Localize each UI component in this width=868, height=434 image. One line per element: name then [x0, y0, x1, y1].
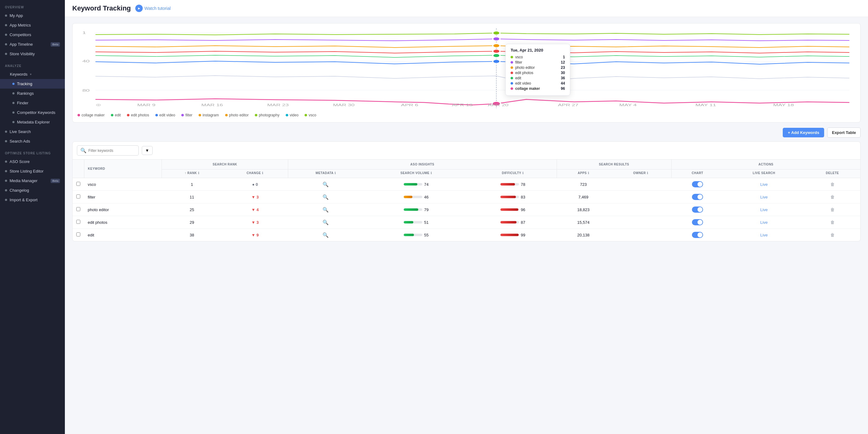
legend-item-edit-video[interactable]: edit video [155, 113, 175, 117]
checkbox-0[interactable] [76, 182, 80, 186]
live-link-3[interactable]: Live [760, 220, 768, 225]
sv-info-icon[interactable]: ℹ [431, 171, 432, 175]
sidebar-item-media-manager[interactable]: Media Manager Beta [0, 176, 65, 186]
filter-keywords-input[interactable] [88, 148, 135, 153]
live-link-2[interactable]: Live [760, 207, 768, 212]
owner-info-icon[interactable]: ℹ [647, 171, 648, 175]
row-delete-0[interactable]: 🗑 [805, 178, 861, 191]
svg-text:MAY 18: MAY 18 [773, 103, 794, 107]
row-checkbox-2[interactable] [72, 203, 84, 216]
row-chart-toggle-2[interactable] [672, 203, 723, 216]
row-checkbox-3[interactable] [72, 216, 84, 229]
checkbox-4[interactable] [76, 232, 80, 236]
legend-item-collage-maker[interactable]: collage maker [78, 113, 105, 117]
row-metadata-2[interactable]: 🔍 [288, 203, 363, 216]
row-delete-2[interactable]: 🗑 [805, 203, 861, 216]
sidebar-item-app-timeline[interactable]: App Timeline Beta [0, 39, 65, 49]
row-delete-4[interactable]: 🗑 [805, 229, 861, 241]
sidebar-item-live-search[interactable]: Live Search [0, 127, 65, 136]
checkbox-2[interactable] [76, 207, 80, 211]
apps-info-icon[interactable]: ℹ [588, 171, 589, 175]
delete-icon-1[interactable]: 🗑 [830, 195, 835, 199]
sidebar-item-competitors[interactable]: Competitors [0, 30, 65, 39]
sidebar-item-competitor-keywords[interactable]: Competitor Keywords [0, 108, 65, 117]
legend-item-instagram[interactable]: instagram [198, 113, 219, 117]
row-chart-toggle-3[interactable] [672, 216, 723, 229]
checkbox-1[interactable] [76, 195, 80, 198]
live-link-1[interactable]: Live [760, 195, 768, 199]
legend-item-vsco[interactable]: vsco [305, 113, 316, 117]
sidebar-item-app-metrics[interactable]: App Metrics [0, 21, 65, 30]
metadata-search-icon[interactable]: 🔍 [322, 207, 329, 212]
search-box[interactable]: 🔍 [77, 145, 139, 156]
th-delete: DELETE [805, 169, 861, 178]
sidebar-item-my-app[interactable]: My App [0, 11, 65, 21]
row-metadata-3[interactable]: 🔍 [288, 216, 363, 229]
legend-item-filter[interactable]: filter [181, 113, 192, 117]
delete-icon-0[interactable]: 🗑 [830, 182, 835, 187]
add-keywords-button[interactable]: + Add Keywords [783, 128, 824, 137]
legend-item-video[interactable]: video [286, 113, 299, 117]
chart-toggle-0[interactable] [692, 181, 703, 187]
metadata-info-icon[interactable]: ℹ [335, 171, 336, 175]
row-metadata-4[interactable]: 🔍 [288, 229, 363, 241]
sidebar-item-store-listing-editor[interactable]: Store Listing Editor [0, 166, 65, 176]
sidebar-item-changelog[interactable]: Changelog [0, 186, 65, 195]
sidebar-item-search-ads[interactable]: Search Ads [0, 136, 65, 146]
sidebar-item-import-export[interactable]: Import & Export [0, 195, 65, 205]
row-metadata-1[interactable]: 🔍 [288, 191, 363, 203]
diff-info-icon[interactable]: ℹ [522, 171, 524, 175]
chart-toggle-2[interactable] [692, 206, 703, 213]
content-area: 1 40 80 [65, 17, 868, 434]
metadata-search-icon[interactable]: 🔍 [322, 182, 329, 187]
rank-info-icon[interactable]: ℹ [198, 171, 199, 175]
watch-tutorial-link[interactable]: Watch tutorial [135, 5, 171, 12]
delete-icon-2[interactable]: 🗑 [830, 207, 835, 212]
row-metadata-0[interactable]: 🔍 [288, 178, 363, 191]
chart-toggle-3[interactable] [692, 219, 703, 225]
metadata-search-icon[interactable]: 🔍 [322, 220, 329, 225]
live-link-4[interactable]: Live [760, 233, 768, 237]
chart-toggle-4[interactable] [692, 232, 703, 238]
row-live-0[interactable]: Live [723, 178, 805, 191]
row-live-4[interactable]: Live [723, 229, 805, 241]
metadata-search-icon[interactable]: 🔍 [322, 232, 329, 238]
change-info-icon[interactable]: ℹ [262, 171, 264, 175]
row-delete-3[interactable]: 🗑 [805, 216, 861, 229]
row-live-3[interactable]: Live [723, 216, 805, 229]
delete-icon-4[interactable]: 🗑 [830, 232, 835, 237]
export-table-button[interactable]: Export Table [827, 128, 861, 138]
filter-button[interactable]: ▼ [142, 146, 153, 155]
row-delete-1[interactable]: 🗑 [805, 191, 861, 203]
row-checkbox-1[interactable] [72, 191, 84, 203]
svg-text:40: 40 [82, 59, 90, 63]
sidebar-item-store-visibility[interactable]: Store Visibility [0, 49, 65, 59]
row-chart-toggle-4[interactable] [672, 229, 723, 241]
keywords-group-header[interactable]: Keywords ▾ [0, 69, 65, 79]
sidebar-item-rankings[interactable]: Rankings [0, 89, 65, 98]
sidebar-item-finder[interactable]: Finder [0, 98, 65, 108]
sidebar-item-aso-score[interactable]: ASO Score [0, 157, 65, 166]
app-metrics-dot [5, 24, 7, 26]
sv-val-2: 79 [424, 207, 428, 212]
chart-toggle-1[interactable] [692, 194, 703, 200]
legend-item-photography[interactable]: photography [255, 113, 280, 117]
keywords-table: KEYWORD SEARCH RANK ASO INSIGHTS SEARCH … [72, 160, 860, 241]
th-keyword: KEYWORD [84, 160, 162, 178]
sidebar-item-tracking[interactable]: Tracking [0, 79, 65, 89]
row-live-1[interactable]: Live [723, 191, 805, 203]
live-link-0[interactable]: Live [760, 182, 768, 187]
row-sv-4: 55 [363, 229, 469, 241]
row-chart-toggle-0[interactable] [672, 178, 723, 191]
row-checkbox-0[interactable] [72, 178, 84, 191]
legend-item-edit[interactable]: edit [111, 113, 121, 117]
delete-icon-3[interactable]: 🗑 [830, 220, 835, 225]
legend-item-photo-editor[interactable]: photo editor [225, 113, 249, 117]
sidebar-item-metadata-explorer[interactable]: Metadata Explorer [0, 117, 65, 127]
metadata-search-icon[interactable]: 🔍 [322, 195, 329, 200]
row-checkbox-4[interactable] [72, 229, 84, 241]
row-live-2[interactable]: Live [723, 203, 805, 216]
checkbox-3[interactable] [76, 220, 80, 224]
row-chart-toggle-1[interactable] [672, 191, 723, 203]
legend-item-edit-photos[interactable]: edit photos [127, 113, 149, 117]
